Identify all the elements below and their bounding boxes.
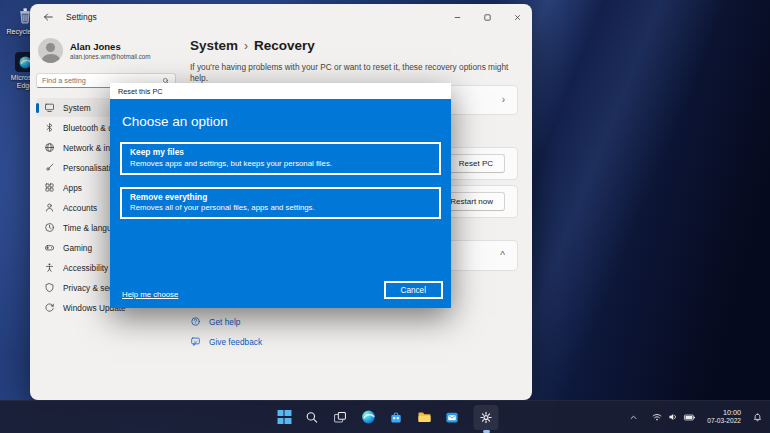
accessibility-icon: [44, 262, 55, 273]
breadcrumb: System › Recovery: [182, 30, 532, 53]
edge-icon: [360, 409, 376, 425]
taskbar-search-button[interactable]: [300, 405, 325, 430]
task-view-button[interactable]: [328, 405, 353, 430]
settings-taskbar-button[interactable]: [474, 405, 499, 430]
maximize-icon: [483, 13, 492, 22]
minimize-button[interactable]: [442, 4, 472, 30]
mail-icon: [445, 410, 460, 425]
profile-name: Alan Jones: [70, 41, 151, 52]
volume-icon: [667, 411, 679, 423]
help-icon: [190, 316, 201, 327]
close-icon: [513, 13, 522, 22]
store-icon: [389, 410, 404, 425]
notification-bell-icon: [752, 412, 763, 423]
breadcrumb-system[interactable]: System: [190, 38, 238, 53]
clock-date: 07-03-2022: [707, 417, 741, 426]
avatar: [38, 38, 63, 63]
personalisation-icon: [44, 162, 55, 173]
option-remove-everything[interactable]: Remove everything Removes all of your pe…: [120, 187, 441, 220]
edge-button[interactable]: [356, 405, 381, 430]
file-explorer-icon: [416, 409, 432, 425]
accounts-icon: [44, 202, 55, 213]
close-button[interactable]: [502, 4, 532, 30]
desktop: Recycle Bin Microsoft Edge: [0, 0, 770, 433]
apps-icon: [44, 182, 55, 193]
page-description: If you're having problems with your PC o…: [182, 53, 517, 84]
dialog-footer: Help me choose Cancel: [122, 281, 443, 299]
network-icon: [651, 411, 663, 423]
back-arrow-icon: [42, 11, 54, 23]
dialog-heading: Choose an option: [122, 114, 441, 129]
window-titlebar[interactable]: Settings: [30, 4, 532, 30]
feedback-icon: [190, 336, 201, 347]
store-button[interactable]: [384, 405, 409, 430]
window-controls: [442, 4, 532, 30]
battery-icon: [683, 411, 696, 424]
chevron-up-icon: [628, 412, 639, 423]
page-title: Recovery: [254, 38, 315, 53]
gaming-icon: [44, 242, 55, 253]
search-icon: [305, 410, 320, 425]
taskbar-clock[interactable]: 10:00 07-03-2022: [704, 408, 744, 426]
get-help-link[interactable]: Get help: [190, 316, 262, 327]
network-icon: [44, 142, 55, 153]
cancel-button[interactable]: Cancel: [384, 281, 444, 299]
bluetooth-icon: [44, 122, 55, 133]
chevron-right-icon: ›: [502, 95, 505, 105]
dialog-titlebar[interactable]: Reset this PC: [110, 83, 451, 99]
windows-update-icon: [44, 302, 55, 313]
option-keep-my-files[interactable]: Keep my files Removes apps and settings,…: [120, 142, 441, 175]
system-tray-status[interactable]: [647, 405, 700, 429]
system-icon: [44, 102, 55, 113]
window-title: Settings: [66, 12, 97, 22]
footer-links: Get help Give feedback: [190, 316, 262, 356]
start-button[interactable]: [272, 405, 297, 430]
hidden-icons-button[interactable]: [624, 405, 643, 429]
breadcrumb-separator: ›: [244, 39, 248, 53]
profile-email: alan.jones.wm@hotmail.com: [70, 53, 151, 60]
clock-time: 10:00: [707, 408, 741, 417]
dialog-options: Keep my files Removes apps and settings,…: [120, 142, 441, 219]
maximize-button[interactable]: [472, 4, 502, 30]
dialog-title: Reset this PC: [118, 87, 163, 96]
reset-this-pc-dialog: Reset this PC Choose an option Keep my f…: [110, 83, 451, 308]
taskbar-tray: 10:00 07-03-2022: [624, 401, 767, 433]
reset-pc-button[interactable]: Reset PC: [447, 154, 505, 173]
user-profile[interactable]: Alan Jones alan.jones.wm@hotmail.com: [36, 34, 176, 71]
windows-logo-icon: [277, 410, 291, 424]
chevron-up-icon: ^: [500, 251, 505, 261]
give-feedback-link[interactable]: Give feedback: [190, 336, 262, 347]
minimize-icon: [453, 13, 462, 22]
time-language-icon: [44, 222, 55, 233]
back-button[interactable]: [40, 9, 56, 25]
help-me-choose-link[interactable]: Help me choose: [122, 290, 178, 299]
file-explorer-button[interactable]: [412, 405, 437, 430]
privacy-icon: [44, 282, 55, 293]
settings-gear-icon: [479, 410, 494, 425]
task-view-icon: [333, 410, 348, 425]
mail-button[interactable]: [440, 405, 465, 430]
dialog-body: Choose an option Keep my files Removes a…: [110, 99, 451, 308]
notification-center-button[interactable]: [748, 405, 767, 429]
taskbar-center-icons: [272, 401, 499, 433]
taskbar: 10:00 07-03-2022: [0, 400, 770, 433]
